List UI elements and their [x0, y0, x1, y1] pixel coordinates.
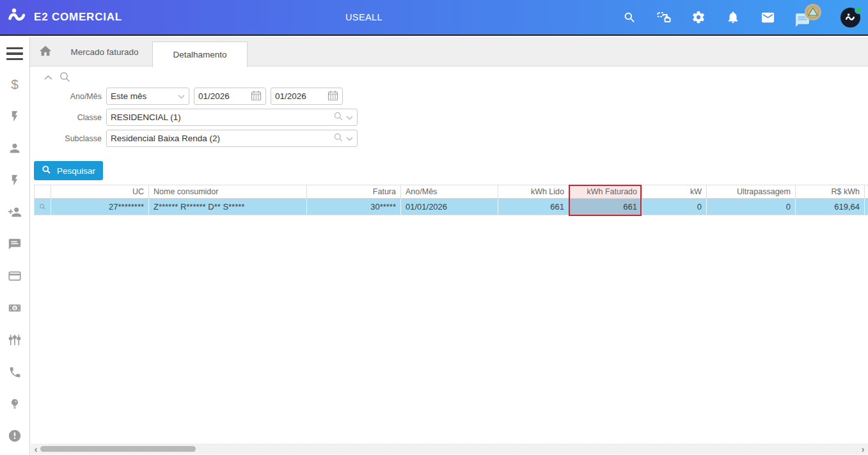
period-preset-value: Este mês: [107, 91, 178, 101]
classe-label: Classe: [31, 113, 106, 122]
header-cell-uc[interactable]: UC: [51, 185, 149, 199]
search-icon: [42, 165, 51, 176]
collapse-filters-icon[interactable]: [43, 73, 54, 82]
energy-bolt-icon[interactable]: [7, 109, 22, 124]
customer-person-icon[interactable]: [7, 141, 22, 156]
subclasse-label: Subclasse: [31, 134, 106, 143]
chat-notes-icon[interactable]: [7, 236, 22, 252]
pesquisar-label: Pesquisar: [57, 166, 95, 176]
user-avatar[interactable]: [840, 8, 860, 27]
results-table: UC Nome consumidor Fatura Ano/Mês kWh Li…: [34, 185, 868, 215]
lightbulb-icon[interactable]: [7, 396, 22, 412]
scroll-left-arrow-icon[interactable]: ‹: [31, 443, 41, 454]
cell-fatura: 30*****: [307, 199, 401, 215]
brand-logo-icon: [8, 8, 28, 27]
svg-text:0: 0: [13, 305, 17, 311]
cell-uc: 27********: [51, 199, 149, 215]
table-header-row: UC Nome consumidor Fatura Ano/Mês kWh Li…: [34, 185, 868, 199]
header-cell-nome[interactable]: Nome consumidor: [149, 185, 307, 199]
period-to-value: 01/2026: [271, 91, 327, 101]
credit-card-icon[interactable]: [7, 268, 22, 284]
cell-kw: 0: [642, 199, 707, 215]
combo-search-icon: [333, 111, 343, 123]
left-sidebar: $ 0: [0, 37, 30, 455]
tab-detalhamento[interactable]: Detalhamento: [152, 42, 248, 67]
tab-bar: Mercado faturado Detalhamento: [30, 37, 868, 66]
subclasse-combo[interactable]: Residencial Baixa Renda (2): [106, 130, 358, 147]
cell-overflow: [865, 199, 868, 215]
alert-circle-icon[interactable]: [7, 428, 22, 443]
cell-kwh-faturado: 661: [569, 199, 642, 215]
subclasse-value: Residencial Baixa Renda (2): [107, 134, 333, 143]
app-window: E2 COMERCIAL USEALL: [0, 0, 868, 455]
settings-gear-icon[interactable]: [691, 10, 706, 25]
energy-bolt-icon-2[interactable]: [7, 173, 22, 188]
tab-label: Detalhamento: [173, 50, 226, 59]
filter-row-classe: Classe RESIDENCIAL (1): [31, 109, 358, 126]
tab-label: Mercado faturado: [71, 47, 139, 57]
cell-nome: Z****** R****** D** S*****: [149, 199, 307, 215]
period-from-input[interactable]: 01/2026: [194, 88, 266, 105]
period-to-input[interactable]: 01/2026: [271, 88, 343, 105]
header-cell-kwh-lido[interactable]: kWh Lido: [498, 185, 569, 199]
cell-rs-kwh: 619,64: [796, 199, 865, 215]
dollar-icon[interactable]: $: [7, 77, 22, 92]
header-cell-kw[interactable]: kW: [642, 185, 707, 199]
cell-anomes: 01/01/2026: [401, 199, 498, 215]
cell-ultrapassagem: 0: [707, 199, 796, 215]
app-title: USEALL: [345, 12, 383, 22]
online-status-dot: [855, 6, 862, 14]
header-cell-kwh-faturado[interactable]: kWh Faturado: [569, 185, 642, 199]
filter-row-subclasse: Subclasse Residencial Baixa Renda (2): [31, 130, 358, 147]
header-cell-ultrapassagem[interactable]: Ultrapassagem: [707, 185, 796, 199]
classe-combo[interactable]: RESIDENCIAL (1): [106, 109, 358, 126]
brand-logo[interactable]: E2 COMERCIAL: [8, 0, 122, 35]
chevron-down-icon: [346, 134, 353, 143]
main-content: Ano/Mês Este mês 01/2026 01/2026: [31, 66, 868, 455]
period-preset-select[interactable]: Este mês: [106, 88, 189, 105]
header-cell-anomes[interactable]: Ano/Mês: [401, 185, 498, 199]
header-cell-rs-kwh[interactable]: R$ kWh: [796, 185, 865, 199]
scrollbar-thumb[interactable]: [40, 446, 196, 452]
user-badge-avatar: [805, 4, 821, 20]
tab-mercado-faturado[interactable]: Mercado faturado: [57, 37, 152, 66]
notifications-bell-icon[interactable]: [725, 10, 741, 25]
combo-search-icon: [333, 132, 343, 144]
workflow-icon[interactable]: [656, 10, 672, 25]
header-icon-bar: [622, 0, 860, 35]
sidebar-icon-list: $ 0: [0, 77, 29, 443]
anomes-label: Ano/Mês: [31, 92, 106, 101]
search-icon[interactable]: [622, 10, 637, 25]
chevron-down-icon: [178, 91, 185, 101]
header-cell-overflow: [865, 185, 868, 199]
pesquisar-button[interactable]: Pesquisar: [34, 161, 103, 180]
classe-value: RESIDENCIAL (1): [107, 112, 333, 122]
home-icon[interactable]: [38, 44, 52, 58]
period-from-value: 01/2026: [194, 91, 251, 101]
row-detail-search-icon[interactable]: [35, 199, 51, 215]
header-cell-action: [35, 185, 51, 199]
mail-envelope-icon[interactable]: [760, 10, 775, 25]
table-row[interactable]: 27******** Z****** R****** D** S***** 30…: [34, 199, 868, 215]
filter-row-anomes: Ano/Mês Este mês 01/2026 01/2026: [31, 88, 347, 105]
calendar-icon: [251, 90, 262, 103]
banknote-icon[interactable]: 0: [7, 300, 22, 316]
sliders-icon[interactable]: [7, 332, 22, 348]
horizontal-scrollbar[interactable]: ‹ ›: [31, 443, 868, 454]
cell-kwh-lido: 661: [498, 199, 569, 215]
calendar-icon: [327, 90, 338, 103]
brand-name: E2 COMERCIAL: [34, 11, 122, 24]
menu-hamburger-icon[interactable]: [6, 47, 23, 60]
app-header: E2 COMERCIAL USEALL: [0, 0, 868, 36]
header-cell-fatura[interactable]: Fatura: [307, 185, 401, 199]
chevron-down-icon: [346, 112, 353, 122]
scroll-right-arrow-icon[interactable]: ›: [858, 443, 868, 454]
chat-with-badge[interactable]: [794, 6, 821, 28]
phone-icon[interactable]: [7, 364, 22, 380]
add-customer-icon[interactable]: [7, 204, 22, 220]
filter-search-icon[interactable]: [59, 71, 71, 83]
